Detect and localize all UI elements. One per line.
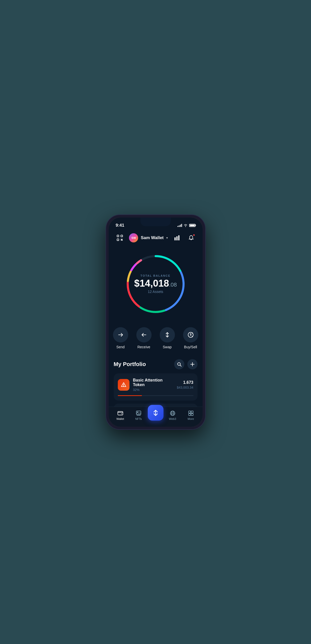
buysell-label: Buy/Sell bbox=[184, 345, 197, 349]
svg-rect-35 bbox=[118, 411, 123, 415]
more-nav-icon bbox=[188, 410, 194, 416]
swap-label: Swap bbox=[163, 345, 172, 349]
top-nav: SW Sam Wallet ▾ bbox=[109, 230, 203, 246]
bat-logo bbox=[118, 379, 129, 391]
svg-rect-7 bbox=[122, 239, 123, 240]
signal-bars-icon bbox=[177, 224, 182, 227]
svg-point-34 bbox=[123, 386, 124, 386]
search-icon bbox=[177, 362, 182, 367]
svg-rect-10 bbox=[174, 237, 176, 240]
receive-icon bbox=[141, 332, 147, 338]
nav-more[interactable]: More bbox=[182, 410, 200, 420]
web3-nav-label: Web3 bbox=[169, 417, 176, 420]
bottom-nav: Wallet NFTs bbox=[109, 407, 203, 427]
center-action-icon bbox=[152, 409, 159, 416]
svg-rect-9 bbox=[122, 240, 123, 241]
buysell-circle: $ bbox=[183, 327, 198, 342]
svg-rect-11 bbox=[176, 236, 178, 240]
phone-screen: 9:41 bbox=[109, 218, 203, 427]
nav-web3[interactable]: Web3 bbox=[163, 410, 182, 420]
receive-action[interactable]: Receive bbox=[136, 327, 152, 349]
nav-wallet[interactable]: Wallet bbox=[111, 410, 129, 420]
svg-line-29 bbox=[180, 365, 181, 366]
wallet-nav-label: Wallet bbox=[116, 417, 124, 420]
signal-bar-2 bbox=[179, 225, 179, 227]
signal-bar-1 bbox=[177, 226, 178, 227]
portfolio-add-button[interactable] bbox=[187, 359, 198, 369]
balance-ring-container: TOTAL BALANCE $14,018.08 12 Assets bbox=[123, 251, 189, 317]
wallet-name: Sam Wallet bbox=[141, 235, 163, 240]
bat-name: Basic Attention Token bbox=[133, 378, 173, 387]
balance-section: TOTAL BALANCE $14,018.08 12 Assets bbox=[109, 246, 203, 320]
portfolio-title: My Portfolio bbox=[114, 361, 146, 368]
nav-nfts[interactable]: NFTs bbox=[129, 410, 148, 420]
phone-frame: 9:41 bbox=[106, 215, 205, 429]
signal-bar-3 bbox=[180, 225, 181, 227]
svg-rect-37 bbox=[136, 411, 141, 415]
notifications-button[interactable] bbox=[186, 233, 196, 243]
bat-values: 1.673 $43,003.34 bbox=[177, 380, 193, 389]
nav-right-icons bbox=[172, 233, 196, 243]
svg-rect-45 bbox=[189, 411, 191, 413]
notch bbox=[140, 218, 171, 226]
charts-icon bbox=[174, 235, 180, 240]
wallet-initials: SW bbox=[132, 236, 136, 239]
buysell-icon: $ bbox=[187, 331, 194, 338]
scan-button[interactable] bbox=[115, 233, 125, 243]
balance-assets-count: 12 Assets bbox=[130, 290, 181, 294]
bat-info: Basic Attention Token 32% bbox=[133, 378, 173, 392]
bat-progress-bar bbox=[118, 395, 193, 396]
signal-bar-4 bbox=[181, 224, 182, 227]
center-action-button[interactable] bbox=[148, 405, 163, 421]
svg-rect-1 bbox=[121, 235, 123, 237]
send-icon bbox=[118, 332, 124, 338]
status-icons bbox=[177, 224, 195, 227]
balance-main: $14,018 bbox=[134, 278, 169, 289]
bat-percentage: 32% bbox=[133, 388, 173, 392]
nfts-nav-label: NFTs bbox=[135, 417, 142, 420]
portfolio-search-button[interactable] bbox=[174, 359, 184, 369]
wallet-nav-icon bbox=[117, 410, 123, 416]
receive-circle bbox=[136, 327, 152, 342]
svg-rect-47 bbox=[189, 414, 191, 416]
bat-usd: $43,003.34 bbox=[177, 386, 193, 389]
bat-logo-icon bbox=[121, 382, 126, 388]
svg-rect-8 bbox=[121, 240, 122, 241]
wallet-chevron-icon: ▾ bbox=[166, 236, 168, 240]
svg-text:$: $ bbox=[190, 333, 191, 336]
wallet-selector[interactable]: SW Sam Wallet ▾ bbox=[129, 233, 168, 242]
actions-row: Send Receive bbox=[109, 320, 203, 354]
receive-label: Receive bbox=[137, 345, 150, 349]
add-icon bbox=[190, 362, 195, 367]
wallet-avatar: SW bbox=[129, 233, 138, 242]
buysell-action[interactable]: $ Buy/Sell bbox=[183, 327, 198, 349]
bat-amount: 1.673 bbox=[177, 380, 193, 385]
battery-icon bbox=[189, 224, 195, 227]
swap-action[interactable]: Swap bbox=[160, 327, 175, 349]
asset-row-bat: Basic Attention Token 32% 1.673 $43,003.… bbox=[118, 378, 193, 392]
svg-rect-12 bbox=[178, 235, 179, 240]
svg-rect-48 bbox=[191, 414, 193, 416]
web3-nav-icon bbox=[170, 410, 176, 416]
portfolio-header: My Portfolio bbox=[114, 359, 198, 369]
balance-cents: .08 bbox=[169, 282, 177, 288]
nfts-nav-icon bbox=[136, 410, 142, 416]
bat-progress-fill bbox=[118, 395, 142, 396]
svg-rect-6 bbox=[121, 239, 122, 240]
charts-button[interactable] bbox=[172, 233, 182, 243]
asset-card-bat[interactable]: Basic Attention Token 32% 1.673 $43,003.… bbox=[114, 373, 198, 401]
send-action[interactable]: Send bbox=[113, 327, 128, 349]
wifi-icon bbox=[184, 224, 188, 227]
svg-point-36 bbox=[121, 413, 122, 414]
battery-fill bbox=[190, 225, 195, 226]
send-circle bbox=[113, 327, 128, 342]
send-label: Send bbox=[116, 345, 125, 349]
svg-rect-2 bbox=[117, 239, 119, 241]
balance-info: TOTAL BALANCE $14,018.08 12 Assets bbox=[130, 274, 181, 294]
swap-circle bbox=[160, 327, 175, 342]
status-time: 9:41 bbox=[116, 223, 124, 228]
svg-rect-46 bbox=[191, 411, 193, 413]
notification-badge bbox=[193, 234, 195, 236]
balance-label: TOTAL BALANCE bbox=[130, 274, 181, 277]
more-nav-label: More bbox=[188, 417, 194, 420]
